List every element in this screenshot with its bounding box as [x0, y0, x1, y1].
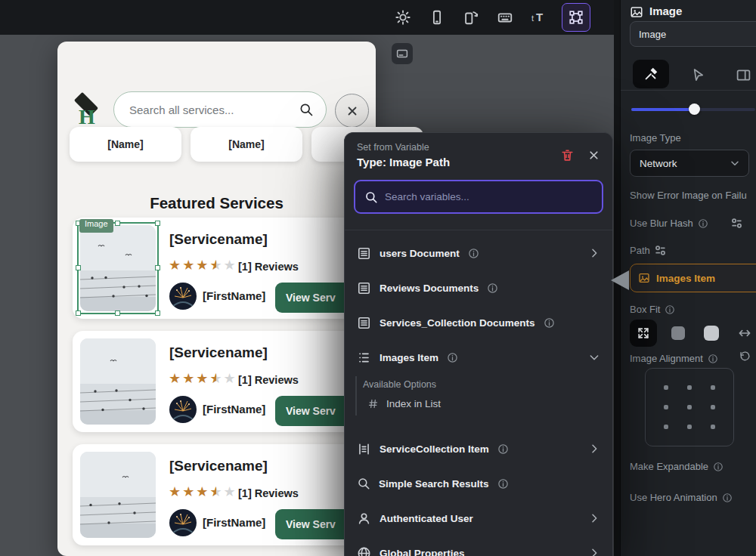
keyboard-toggle-button[interactable]: [494, 6, 516, 29]
tab-properties[interactable]: [633, 60, 669, 88]
layout-panel-icon: [736, 67, 751, 83]
service-author: [FirstName]: [203, 516, 265, 529]
box-fit-width-button[interactable]: [731, 320, 756, 347]
category-name-label: [Name]: [228, 138, 264, 150]
resize-handle[interactable]: [76, 310, 81, 316]
widget-name-input[interactable]: [630, 21, 756, 47]
service-card[interactable]: [Servicename] ★★★★★★ [1] Reviews [FirstN…: [73, 444, 369, 545]
category-card[interactable]: [Name]: [70, 127, 181, 162]
info-icon[interactable]: [447, 352, 458, 363]
variable-option-label: Global Properties: [380, 548, 465, 556]
node-tool-button[interactable]: [562, 3, 590, 32]
alignment-dot[interactable]: [687, 425, 692, 429]
info-icon[interactable]: [468, 248, 479, 259]
search-results-icon: [357, 477, 370, 490]
service-photo[interactable]: [80, 225, 156, 311]
alignment-dot[interactable]: [664, 425, 668, 429]
panel-title: Image: [649, 5, 682, 17]
rotate-device-button[interactable]: [460, 6, 482, 29]
panel-zoom-slider[interactable]: [631, 105, 755, 114]
variable-option-images-item[interactable]: Images Item: [345, 340, 612, 375]
service-card[interactable]: Image [Servicename] ★★★★★★ [1] Reviews […: [73, 218, 369, 319]
variable-option-reviews-documents[interactable]: Reviews Documents: [345, 270, 612, 305]
alignment-dot[interactable]: [687, 405, 692, 409]
variable-option-authenticated-user[interactable]: Authenticated User: [345, 501, 612, 536]
box-fit-contain-button[interactable]: [630, 320, 657, 347]
info-icon[interactable]: [713, 462, 723, 472]
resize-handle[interactable]: [155, 265, 160, 270]
image-type-dropdown[interactable]: Network: [630, 150, 749, 177]
variable-option-servicecollection-item[interactable]: ServiceCollection Item: [345, 431, 612, 466]
service-author: [FirstName]: [203, 403, 265, 415]
path-label: Path: [630, 245, 666, 256]
option-label: Index in List: [386, 398, 441, 409]
cursor-icon: [690, 67, 706, 83]
path-variable-value[interactable]: Images Item: [630, 264, 756, 292]
blur-hash-label: Use Blur Hash: [630, 218, 708, 229]
path-value-label: Images Item: [656, 273, 715, 284]
resize-handle[interactable]: [155, 310, 160, 316]
smartphone-icon: [429, 9, 445, 26]
image-type-label: Image Type: [630, 132, 681, 144]
svg-text:T: T: [536, 11, 543, 23]
image-alignment-grid[interactable]: [645, 368, 734, 446]
service-card[interactable]: [Servicename] ★★★★★★ [1] Reviews [FirstN…: [73, 331, 369, 432]
variable-toggle-icon[interactable]: [655, 245, 666, 256]
reset-alignment-button[interactable]: [739, 351, 751, 363]
avatar: [169, 509, 197, 536]
variable-option-global-properties[interactable]: Global Properties: [345, 536, 612, 556]
birds-photo-placeholder: [80, 338, 156, 425]
tab-interactions[interactable]: [687, 64, 708, 85]
info-icon[interactable]: [665, 304, 675, 315]
box-fit-cover-button[interactable]: [665, 320, 692, 347]
option-index-in-list[interactable]: Index in List: [361, 391, 600, 415]
box-fit-fill-button[interactable]: [698, 320, 725, 347]
info-icon[interactable]: [544, 317, 555, 329]
variable-search-bar[interactable]: [354, 180, 603, 214]
info-icon[interactable]: [708, 354, 718, 364]
svg-text:t: t: [531, 14, 534, 23]
alignment-dot[interactable]: [664, 385, 668, 390]
variable-toggle-icon[interactable]: [731, 218, 742, 229]
canvas-card-button[interactable]: [392, 43, 413, 64]
category-card[interactable]: [Name]: [191, 127, 302, 162]
rating-stars: ★★★★★★: [169, 483, 237, 500]
slider-knob[interactable]: [689, 103, 700, 115]
info-icon[interactable]: [722, 493, 733, 503]
search-icon: [299, 102, 314, 117]
info-icon[interactable]: [497, 478, 509, 490]
text-scale-button[interactable]: tT: [528, 6, 550, 29]
info-icon[interactable]: [497, 443, 509, 455]
remove-variable-button[interactable]: [560, 148, 575, 162]
variable-option-simple-search-results[interactable]: Simple Search Results: [345, 466, 612, 501]
resize-handle[interactable]: [115, 310, 120, 316]
light-mode-toggle-button[interactable]: [392, 6, 414, 29]
alignment-dot[interactable]: [711, 385, 715, 390]
card-icon: [395, 47, 409, 60]
service-photo[interactable]: [80, 452, 156, 538]
info-icon[interactable]: [487, 283, 498, 294]
app-search-input[interactable]: [129, 103, 299, 116]
birds-photo-placeholder: [80, 225, 156, 311]
tab-layout[interactable]: [733, 64, 754, 85]
app-close-search-button[interactable]: [335, 94, 369, 128]
app-search-bar[interactable]: [113, 91, 327, 128]
resize-handle[interactable]: [155, 221, 160, 226]
alignment-dot[interactable]: [664, 405, 668, 409]
variable-search-input[interactable]: [385, 191, 593, 202]
featured-services-heading: Featured Services: [57, 194, 376, 212]
reviews-count: [1] Reviews: [238, 261, 299, 273]
service-photo[interactable]: [80, 338, 156, 425]
alignment-dot[interactable]: [711, 425, 715, 429]
variable-option-users-document[interactable]: users Document: [345, 236, 612, 270]
alignment-dot[interactable]: [711, 405, 715, 409]
device-phone-button[interactable]: [426, 6, 448, 29]
close-dialog-button[interactable]: [587, 149, 600, 162]
info-icon[interactable]: [698, 218, 708, 229]
properties-panel: Image Image Type Network Show Error Imag…: [620, 0, 756, 556]
collection-icon: [357, 246, 371, 261]
variable-option-services-collection-documents[interactable]: Services_Collection Documents: [345, 305, 612, 340]
collection-icon: [357, 281, 371, 295]
alignment-dot[interactable]: [687, 385, 692, 390]
light-square-icon: [704, 326, 719, 341]
